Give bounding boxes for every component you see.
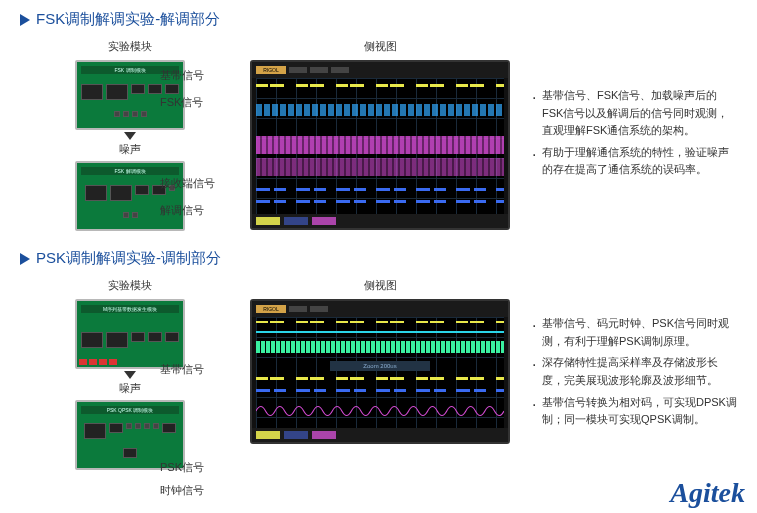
desc-column: 基带信号、码元时钟、PSK信号同时观测，有利于理解PSK调制原理。 深存储特性提… bbox=[520, 278, 737, 470]
section-fsk: FSK调制解调实验-解调部分 实验模块 FSK 调制模块 噪声 FSK 解调模块… bbox=[0, 0, 757, 231]
arrow-down-icon bbox=[124, 371, 136, 379]
oscilloscope: RIGOL Zoom 200us bbox=[250, 299, 510, 444]
signal-label: 接收端信号 bbox=[160, 176, 215, 191]
module-title: 实验模块 bbox=[108, 278, 152, 293]
arrow-down-icon bbox=[124, 132, 136, 140]
signal-labels: 基带信号 bbox=[160, 362, 204, 377]
noise-label: 噪声 bbox=[119, 142, 141, 157]
section-psk: PSK调制解调实验-调制部分 实验模块 M序列基带数据发生模块 噪声 PSK Q… bbox=[0, 231, 757, 470]
signal-label: 时钟信号 bbox=[160, 483, 204, 498]
signal-label: 解调信号 bbox=[160, 203, 215, 218]
section-header: PSK调制解调实验-调制部分 bbox=[20, 249, 737, 268]
bullet-list: 基带信号、FSK信号、加载噪声后的FSK信号以及解调后的信号同时观测，直观理解F… bbox=[532, 87, 737, 183]
section-title: PSK调制解调实验-调制部分 bbox=[36, 249, 221, 268]
scope-title: 侧视图 bbox=[364, 278, 397, 293]
scope-brand: RIGOL bbox=[256, 305, 286, 313]
bullet-list: 基带信号、码元时钟、PSK信号同时观测，有利于理解PSK调制原理。 深存储特性提… bbox=[532, 315, 737, 433]
brand-logo: Agitek bbox=[670, 477, 745, 509]
scope-column: 侧视图 RIGOL bbox=[240, 39, 520, 231]
bullet-item: 深存储特性提高采样率及存储波形长度，完美展现波形轮廓及波形细节。 bbox=[532, 354, 737, 389]
section-header: FSK调制解调实验-解调部分 bbox=[20, 10, 737, 29]
bullet-item: 基带信号、码元时钟、PSK信号同时观测，有利于理解PSK调制原理。 bbox=[532, 315, 737, 350]
zoom-label: Zoom 200us bbox=[330, 361, 429, 371]
noise-label: 噪声 bbox=[119, 381, 141, 396]
bullet-item: 基带信号转换为相对码，可实现DPSK调制；同一模块可实现QPSK调制。 bbox=[532, 394, 737, 429]
section-title: FSK调制解调实验-解调部分 bbox=[36, 10, 220, 29]
triangle-icon bbox=[20, 14, 30, 26]
signal-labels: 接收端信号 解调信号 bbox=[160, 176, 215, 218]
bullet-item: 基带信号、FSK信号、加载噪声后的FSK信号以及解调后的信号同时观测，直观理解F… bbox=[532, 87, 737, 140]
signal-labels: 基带信号 FSK信号 bbox=[160, 68, 204, 110]
scope-screen bbox=[256, 78, 504, 214]
scope-screen: Zoom 200us bbox=[256, 317, 504, 428]
triangle-icon bbox=[20, 253, 30, 265]
scope-title: 侧视图 bbox=[364, 39, 397, 54]
signal-label: 基带信号 bbox=[160, 68, 204, 83]
oscilloscope: RIGOL bbox=[250, 60, 510, 230]
scope-brand: RIGOL bbox=[256, 66, 286, 74]
bullet-item: 有助于理解通信系统的特性，验证噪声的存在提高了通信系统的误码率。 bbox=[532, 144, 737, 179]
signal-label: 基带信号 bbox=[160, 362, 204, 377]
module-title: 实验模块 bbox=[108, 39, 152, 54]
signal-labels: PSK信号 时钟信号 bbox=[160, 460, 204, 498]
pcb-board-top: M序列基带数据发生模块 bbox=[75, 299, 185, 369]
scope-column: 侧视图 RIGOL Zoom 200us bbox=[240, 278, 520, 470]
module-column: 实验模块 M序列基带数据发生模块 噪声 PSK QPSK 调制模块 bbox=[20, 278, 240, 470]
signal-label: PSK信号 bbox=[160, 460, 204, 475]
desc-column: 基带信号、FSK信号、加载噪声后的FSK信号以及解调后的信号同时观测，直观理解F… bbox=[520, 39, 737, 231]
signal-label: FSK信号 bbox=[160, 95, 204, 110]
